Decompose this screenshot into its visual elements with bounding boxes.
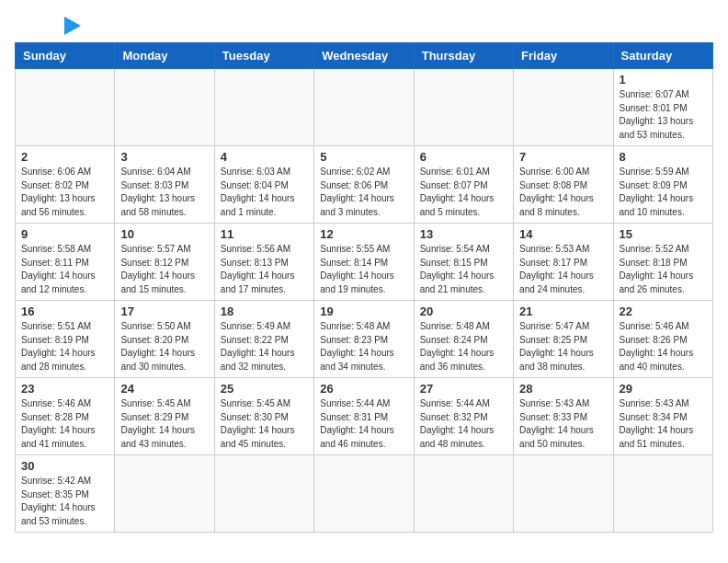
calendar-cell: 1Sunrise: 6:07 AM Sunset: 8:01 PM Daylig… (613, 69, 712, 146)
calendar-cell: 25Sunrise: 5:45 AM Sunset: 8:30 PM Dayli… (214, 378, 313, 455)
day-info: Sunrise: 6:02 AM Sunset: 8:06 PM Dayligh… (320, 166, 407, 219)
calendar-cell: 17Sunrise: 5:50 AM Sunset: 8:20 PM Dayli… (115, 301, 214, 378)
day-info: Sunrise: 5:45 AM Sunset: 8:29 PM Dayligh… (120, 397, 208, 451)
day-number: 14 (519, 227, 607, 241)
day-number: 30 (21, 459, 108, 473)
day-number: 21 (519, 304, 607, 318)
calendar-cell (414, 69, 513, 146)
calendar-cell (514, 69, 613, 146)
day-info: Sunrise: 6:07 AM Sunset: 8:01 PM Dayligh… (620, 88, 707, 142)
weekday-header-thursday: Thursday (414, 43, 513, 69)
calendar-cell: 16Sunrise: 5:51 AM Sunset: 8:19 PM Dayli… (16, 301, 115, 378)
weekday-header-sunday: Sunday (16, 43, 115, 69)
calendar-cell: 5Sunrise: 6:02 AM Sunset: 8:06 PM Daylig… (314, 146, 414, 224)
day-number: 9 (21, 227, 108, 241)
day-info: Sunrise: 6:03 AM Sunset: 8:04 PM Dayligh… (221, 166, 308, 219)
calendar-cell: 4Sunrise: 6:03 AM Sunset: 8:04 PM Daylig… (214, 146, 313, 224)
calendar-cell: 15Sunrise: 5:52 AM Sunset: 8:18 PM Dayli… (613, 224, 712, 301)
calendar-cell (214, 455, 313, 533)
day-number: 28 (519, 382, 607, 396)
day-number: 29 (620, 382, 707, 396)
day-number: 22 (620, 304, 707, 318)
calendar-cell: 21Sunrise: 5:47 AM Sunset: 8:25 PM Dayli… (514, 301, 613, 378)
day-number: 20 (420, 304, 507, 318)
calendar-cell: 18Sunrise: 5:49 AM Sunset: 8:22 PM Dayli… (214, 301, 313, 378)
day-number: 7 (519, 150, 607, 164)
calendar-cell (514, 455, 613, 533)
day-info: Sunrise: 5:49 AM Sunset: 8:22 PM Dayligh… (221, 320, 308, 373)
calendar-cell (214, 69, 313, 146)
day-number: 6 (420, 150, 507, 164)
calendar-cell: 7Sunrise: 6:00 AM Sunset: 8:08 PM Daylig… (514, 146, 613, 224)
calendar-cell: 6Sunrise: 6:01 AM Sunset: 8:07 PM Daylig… (414, 146, 513, 224)
header (15, 15, 713, 35)
calendar-cell: 27Sunrise: 5:44 AM Sunset: 8:32 PM Dayli… (414, 378, 513, 455)
calendar-cell: 23Sunrise: 5:46 AM Sunset: 8:28 PM Dayli… (16, 378, 115, 455)
day-info: Sunrise: 5:57 AM Sunset: 8:12 PM Dayligh… (120, 243, 208, 296)
weekday-header-wednesday: Wednesday (314, 43, 414, 69)
day-info: Sunrise: 5:44 AM Sunset: 8:31 PM Dayligh… (320, 397, 407, 451)
calendar-week-6: 30Sunrise: 5:42 AM Sunset: 8:35 PM Dayli… (16, 455, 713, 533)
day-info: Sunrise: 5:59 AM Sunset: 8:09 PM Dayligh… (620, 166, 707, 219)
day-number: 3 (120, 150, 208, 164)
calendar-week-1: 1Sunrise: 6:07 AM Sunset: 8:01 PM Daylig… (16, 69, 713, 146)
day-info: Sunrise: 5:48 AM Sunset: 8:23 PM Dayligh… (320, 320, 407, 373)
day-number: 4 (221, 150, 308, 164)
day-number: 17 (120, 304, 208, 318)
calendar-cell: 11Sunrise: 5:56 AM Sunset: 8:13 PM Dayli… (214, 224, 313, 301)
day-number: 18 (221, 304, 308, 318)
day-info: Sunrise: 5:52 AM Sunset: 8:18 PM Dayligh… (620, 243, 707, 296)
day-info: Sunrise: 5:53 AM Sunset: 8:17 PM Dayligh… (519, 243, 607, 296)
day-number: 19 (320, 304, 407, 318)
calendar-cell: 24Sunrise: 5:45 AM Sunset: 8:29 PM Dayli… (115, 378, 214, 455)
logo-triangle (64, 17, 81, 35)
calendar-cell (314, 69, 414, 146)
day-number: 13 (420, 227, 507, 241)
calendar-cell: 8Sunrise: 5:59 AM Sunset: 8:09 PM Daylig… (613, 146, 712, 224)
day-info: Sunrise: 6:04 AM Sunset: 8:03 PM Dayligh… (120, 166, 208, 219)
weekday-header-tuesday: Tuesday (214, 43, 313, 69)
calendar-cell: 26Sunrise: 5:44 AM Sunset: 8:31 PM Dayli… (314, 378, 414, 455)
day-info: Sunrise: 5:46 AM Sunset: 8:28 PM Dayligh… (21, 397, 108, 451)
calendar-cell (414, 455, 513, 533)
calendar-cell (115, 455, 214, 533)
day-info: Sunrise: 5:46 AM Sunset: 8:26 PM Dayligh… (620, 320, 707, 373)
weekday-header-monday: Monday (115, 43, 214, 69)
calendar-cell (314, 455, 414, 533)
calendar-cell: 19Sunrise: 5:48 AM Sunset: 8:23 PM Dayli… (314, 301, 414, 378)
day-info: Sunrise: 5:55 AM Sunset: 8:14 PM Dayligh… (320, 243, 407, 296)
weekday-header-friday: Friday (514, 43, 613, 69)
calendar-cell: 2Sunrise: 6:06 AM Sunset: 8:02 PM Daylig… (16, 146, 115, 224)
day-number: 5 (320, 150, 407, 164)
day-number: 26 (320, 382, 407, 396)
day-info: Sunrise: 5:51 AM Sunset: 8:19 PM Dayligh… (21, 320, 108, 373)
day-info: Sunrise: 5:54 AM Sunset: 8:15 PM Dayligh… (420, 243, 507, 296)
day-number: 8 (620, 150, 707, 164)
day-info: Sunrise: 5:48 AM Sunset: 8:24 PM Dayligh… (420, 320, 507, 373)
day-info: Sunrise: 5:56 AM Sunset: 8:13 PM Dayligh… (221, 243, 308, 296)
calendar-week-5: 23Sunrise: 5:46 AM Sunset: 8:28 PM Dayli… (16, 378, 713, 455)
calendar-cell: 14Sunrise: 5:53 AM Sunset: 8:17 PM Dayli… (514, 224, 613, 301)
day-number: 27 (420, 382, 507, 396)
day-info: Sunrise: 5:45 AM Sunset: 8:30 PM Dayligh… (221, 397, 308, 451)
day-number: 11 (221, 227, 308, 241)
day-number: 16 (21, 304, 108, 318)
calendar-cell (16, 69, 115, 146)
day-info: Sunrise: 5:44 AM Sunset: 8:32 PM Dayligh… (420, 397, 507, 451)
day-info: Sunrise: 5:42 AM Sunset: 8:35 PM Dayligh… (21, 475, 108, 528)
day-number: 25 (221, 382, 308, 396)
logo (15, 15, 81, 35)
weekday-header-saturday: Saturday (613, 43, 712, 69)
day-number: 10 (120, 227, 208, 241)
calendar-cell: 12Sunrise: 5:55 AM Sunset: 8:14 PM Dayli… (314, 224, 414, 301)
calendar-cell: 13Sunrise: 5:54 AM Sunset: 8:15 PM Dayli… (414, 224, 513, 301)
calendar-cell: 22Sunrise: 5:46 AM Sunset: 8:26 PM Dayli… (613, 301, 712, 378)
calendar-header: SundayMondayTuesdayWednesdayThursdayFrid… (16, 43, 713, 69)
calendar-cell: 20Sunrise: 5:48 AM Sunset: 8:24 PM Dayli… (414, 301, 513, 378)
calendar-cell (115, 69, 214, 146)
calendar-cell: 9Sunrise: 5:58 AM Sunset: 8:11 PM Daylig… (16, 224, 115, 301)
day-number: 1 (620, 73, 707, 86)
calendar-cell: 10Sunrise: 5:57 AM Sunset: 8:12 PM Dayli… (115, 224, 214, 301)
calendar-body: 1Sunrise: 6:07 AM Sunset: 8:01 PM Daylig… (16, 69, 713, 533)
day-info: Sunrise: 6:06 AM Sunset: 8:02 PM Dayligh… (21, 166, 108, 219)
